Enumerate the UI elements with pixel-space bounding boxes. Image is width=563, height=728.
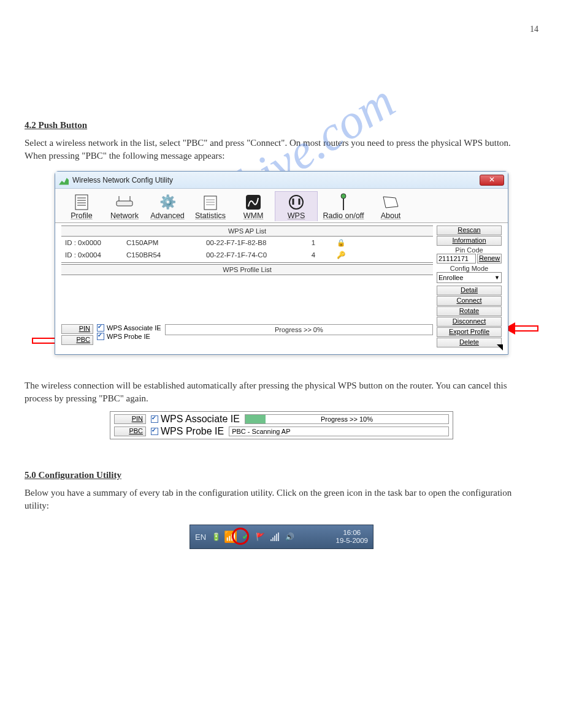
snippet-probe-label: WPS Probe IE <box>161 426 224 437</box>
tab-wps-label: WPS <box>278 211 315 220</box>
clock-time: 16:06 <box>336 529 368 537</box>
svg-rect-0 <box>75 195 88 210</box>
snippet-pin-button[interactable]: PIN <box>114 414 146 424</box>
tab-wmm[interactable]: WMM <box>232 192 275 221</box>
notepad-icon <box>204 194 217 210</box>
section-heading: 4.2 Push Button <box>25 120 538 131</box>
wps-probe-checkbox[interactable]: WPS Probe IE <box>97 333 161 340</box>
toolbar: Profile Network ⚙️ Advanced Statistics W… <box>55 189 508 223</box>
tab-radio-label: Radio on/off <box>320 211 367 220</box>
tab-advanced[interactable]: ⚙️ Advanced <box>146 192 189 221</box>
svg-rect-8 <box>204 196 216 210</box>
information-button[interactable]: Information <box>437 236 502 246</box>
wireless-utility-window: Wireless Network Config Utility Profile … <box>55 171 508 355</box>
tab-statistics-label: Statistics <box>191 211 229 220</box>
svg-point-13 <box>341 194 346 199</box>
signal-icon[interactable] <box>270 532 280 542</box>
wps-probe-label: WPS Probe IE <box>107 333 150 340</box>
tab-wmm-label: WMM <box>234 211 272 220</box>
ap-ssid: C150APM <box>126 239 206 246</box>
config-mode-select[interactable]: Enrollee ▼ <box>437 272 502 283</box>
antenna-icon <box>338 193 349 211</box>
language-indicator[interactable]: EN <box>195 533 206 542</box>
connect-button[interactable]: Connect <box>437 296 502 306</box>
rotate-button[interactable]: Rotate <box>437 306 502 316</box>
pin-code-input[interactable]: 21112171 <box>437 254 476 264</box>
close-button[interactable] <box>480 175 504 186</box>
config-mode-label: Config Mode <box>437 265 502 272</box>
snippet-pbc-button[interactable]: PBC <box>114 427 146 436</box>
battery-icon[interactable]: 🔋 <box>211 532 221 542</box>
lock-icon: 🔒 <box>329 238 353 247</box>
page-number: 14 <box>25 25 538 34</box>
tab-advanced-label: Advanced <box>148 211 186 220</box>
progress-label: Progress >> 0% <box>275 326 323 333</box>
progress-snippet: PIN WPS Associate IE Progress >> 10% PBC… <box>110 411 453 439</box>
profile-list-header: WPS Profile List <box>61 264 433 275</box>
section-5-heading: 5.0 Configuration Utility <box>25 470 538 480</box>
chevron-down-icon: ▼ <box>494 275 500 281</box>
progress-bar: Progress >> 0% <box>165 324 433 335</box>
pin-code-label: Pin Code <box>437 246 502 254</box>
key-icon: 🔑 <box>329 251 353 259</box>
ap-row[interactable]: ID : 0x0000 C150APM 00-22-F7-1F-82-B8 1 … <box>61 237 433 249</box>
intro-paragraph-2: The wireless connection will be establis… <box>25 379 515 405</box>
volume-icon[interactable]: 🔊 <box>285 532 294 542</box>
tab-about-label: About <box>372 211 410 220</box>
wps-associate-checkbox[interactable]: WPS Associate IE <box>97 324 161 332</box>
window-title: Wireless Network Config Utility <box>72 176 173 184</box>
ap-row[interactable]: ID : 0x0004 C150BR54 00-22-F7-1F-74-C0 4… <box>61 249 433 261</box>
flag-blocked-icon[interactable]: 🚩 <box>255 532 265 542</box>
wps-icon <box>288 194 304 210</box>
wmm-icon <box>245 194 261 210</box>
app-icon <box>59 175 69 185</box>
clock[interactable]: 16:06 19-5-2009 <box>336 529 368 545</box>
disconnect-button[interactable]: Disconnect <box>437 317 502 327</box>
clock-date: 19-5-2009 <box>336 537 368 545</box>
delete-button[interactable]: Delete <box>437 338 502 347</box>
gear-icon: ⚙️ <box>159 194 176 210</box>
export-profile-button[interactable]: Export Profile <box>437 327 502 337</box>
config-mode-value: Enrollee <box>439 274 463 281</box>
tab-radio[interactable]: Radio on/off <box>318 192 369 221</box>
router-icon <box>115 196 134 208</box>
snippet-progress-bar: Progress >> 10% <box>245 414 449 424</box>
rescan-button[interactable]: Rescan <box>437 226 502 235</box>
snippet-status: PBC - Scanning AP <box>229 427 449 436</box>
tab-about[interactable]: About <box>369 192 412 221</box>
intro-paragraph-1: Select a wireless network in the list, s… <box>25 137 515 162</box>
ap-mac: 00-22-F7-1F-82-B8 <box>206 239 298 246</box>
system-tray: EN 🔋 📶 ✔ 🚩 🔊 16:06 19-5-2009 <box>190 525 373 549</box>
snippet-progress-label: Progress >> 10% <box>321 415 373 423</box>
ap-id: ID : 0x0004 <box>65 251 126 259</box>
snippet-associate-checkbox[interactable]: WPS Associate IE <box>151 414 240 425</box>
tab-statistics[interactable]: Statistics <box>189 192 232 221</box>
snippet-probe-checkbox[interactable]: WPS Probe IE <box>151 426 224 437</box>
wps-associate-label: WPS Associate IE <box>107 324 161 332</box>
ap-ssid: C150BR54 <box>126 251 206 259</box>
tab-wps[interactable]: WPS <box>275 191 318 221</box>
ap-mac: 00-22-F7-1F-74-C0 <box>206 251 298 259</box>
highlight-circle <box>232 528 249 545</box>
tab-network[interactable]: Network <box>103 192 146 221</box>
ap-channel: 4 <box>298 251 329 259</box>
detail-button[interactable]: Detail <box>437 286 502 295</box>
pbc-button[interactable]: PBC <box>61 335 93 345</box>
ap-list-header: WPS AP List <box>61 226 433 237</box>
svg-rect-5 <box>117 201 132 206</box>
pin-button[interactable]: PIN <box>61 324 93 334</box>
paper-icon <box>382 195 399 209</box>
tab-profile-label: Profile <box>63 211 101 220</box>
ap-id: ID : 0x0000 <box>65 239 126 246</box>
titlebar: Wireless Network Config Utility <box>55 172 508 189</box>
profile-icon <box>75 194 88 210</box>
renew-button[interactable]: Renew <box>477 254 502 264</box>
ap-channel: 1 <box>298 239 329 246</box>
snippet-associate-label: WPS Associate IE <box>161 414 240 425</box>
tab-network-label: Network <box>105 211 144 220</box>
intro-paragraph-3: Below you have a summary of every tab in… <box>25 487 515 512</box>
tab-profile[interactable]: Profile <box>60 192 103 221</box>
expand-triangle-icon[interactable] <box>497 344 503 351</box>
